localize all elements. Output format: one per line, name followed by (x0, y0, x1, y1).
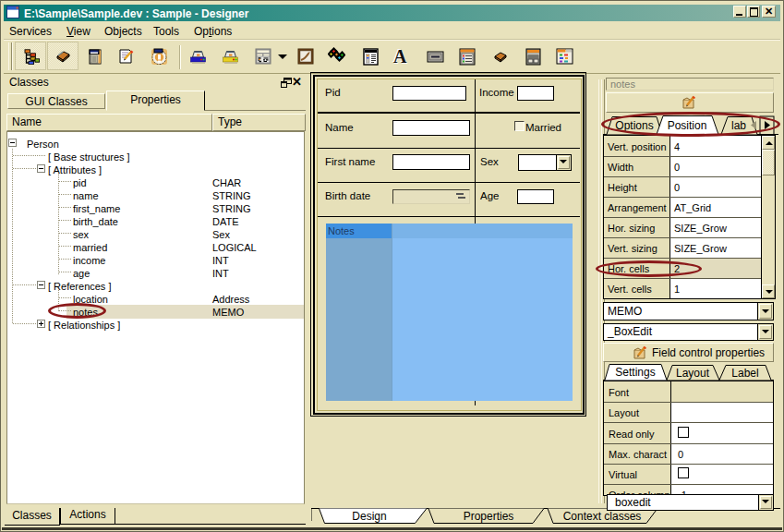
svg-text:Settings: Settings (615, 366, 655, 379)
svg-text:Context classes: Context classes (563, 510, 642, 523)
svg-text:Label: Label (731, 367, 758, 380)
svg-text:Layout: Layout (676, 367, 710, 380)
svg-text:Design: Design (352, 510, 386, 523)
svg-text:Properties: Properties (464, 510, 514, 523)
